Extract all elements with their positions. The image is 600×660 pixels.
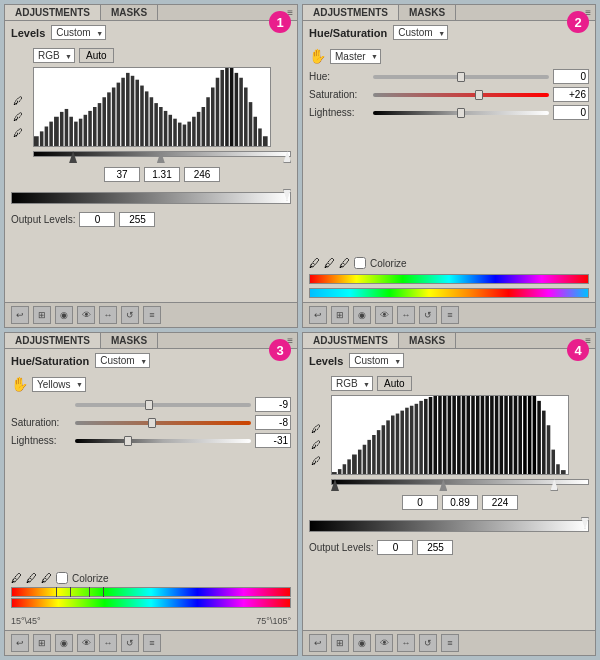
svg-rect-18 (121, 78, 125, 146)
footer-eye-4[interactable]: 👁 (375, 634, 393, 652)
panel-3-preset[interactable]: Custom (95, 353, 150, 368)
svg-rect-48 (263, 136, 268, 146)
hand-tool-3[interactable]: ✋ (11, 376, 28, 392)
colorize-check-2[interactable] (354, 257, 366, 269)
hue-slider-3[interactable] (75, 398, 251, 412)
svg-rect-10 (84, 115, 88, 146)
footer-link-3[interactable]: ↔ (99, 634, 117, 652)
hue-value-2[interactable]: 0 (553, 69, 589, 84)
tab-adjustments-3[interactable]: ADJUSTMENTS (5, 333, 101, 348)
footer-new-1[interactable]: ⊞ (33, 306, 51, 324)
eyedrop-black-1[interactable]: 🖊 (11, 93, 25, 107)
footer-link-1[interactable]: ↔ (99, 306, 117, 324)
footer-eye-3[interactable]: 👁 (77, 634, 95, 652)
output-min-4[interactable] (377, 540, 413, 555)
hue-slider-2[interactable] (373, 70, 549, 84)
eyedrop-gray-4[interactable]: 🖊 (309, 437, 323, 451)
footer-link-2[interactable]: ↔ (397, 306, 415, 324)
eyedrop-black-4[interactable]: 🖊 (309, 421, 323, 435)
footer-new-3[interactable]: ⊞ (33, 634, 51, 652)
svg-rect-3 (49, 122, 53, 146)
footer-delete-3[interactable]: ≡ (143, 634, 161, 652)
footer-eye-2[interactable]: 👁 (375, 306, 393, 324)
svg-rect-80 (481, 396, 485, 474)
eyedrop-icon-2b[interactable]: 🖊 (324, 257, 335, 269)
footer-link-4[interactable]: ↔ (397, 634, 415, 652)
footer-delete-4[interactable]: ≡ (441, 634, 459, 652)
eyedrop-icon-2c[interactable]: 🖊 (339, 257, 350, 269)
auto-btn-4[interactable]: Auto (377, 376, 412, 391)
footer-reset-4[interactable]: ↺ (419, 634, 437, 652)
output-max-1[interactable] (119, 212, 155, 227)
sat-slider-2[interactable] (373, 88, 549, 102)
channel-select-3[interactable]: Yellows (32, 377, 86, 392)
auto-btn-1[interactable]: Auto (79, 48, 114, 63)
eyedrop-white-4[interactable]: 🖊 (309, 453, 323, 467)
colorize-check-3[interactable] (56, 572, 68, 584)
channel-select-1[interactable]: RGB (33, 48, 75, 63)
panel-4-preset[interactable]: Custom (349, 353, 404, 368)
footer-back-2[interactable]: ↩ (309, 306, 327, 324)
footer-reset-1[interactable]: ↺ (121, 306, 139, 324)
levels-white-1[interactable] (184, 167, 220, 182)
tab-masks-3[interactable]: MASKS (101, 333, 158, 348)
footer-eye-1[interactable]: 👁 (77, 306, 95, 324)
panel-2-preset[interactable]: Custom (393, 25, 448, 40)
sat-slider-3[interactable] (75, 416, 251, 430)
hand-tool-2[interactable]: ✋ (309, 48, 326, 64)
footer-back-4[interactable]: ↩ (309, 634, 327, 652)
levels-black-4[interactable] (402, 495, 438, 510)
footer-delete-2[interactable]: ≡ (441, 306, 459, 324)
light-value-2[interactable]: 0 (553, 105, 589, 120)
eyedrop-icon-3a[interactable]: 🖊 (11, 572, 22, 584)
svg-rect-73 (448, 396, 452, 474)
svg-rect-32 (187, 122, 191, 146)
svg-rect-2 (45, 127, 49, 147)
footer-back-3[interactable]: ↩ (11, 634, 29, 652)
panel-2: ADJUSTMENTS MASKS ≡ Hue/Saturation Custo… (302, 4, 596, 328)
histogram-1 (33, 67, 271, 147)
eyedrop-gray-1[interactable]: 🖊 (11, 109, 25, 123)
footer-circle-2[interactable]: ◉ (353, 306, 371, 324)
hue-value-3[interactable]: -9 (255, 397, 291, 412)
eyedrop-white-1[interactable]: 🖊 (11, 125, 25, 139)
panel-1-preset[interactable]: Custom (51, 25, 106, 40)
tab-adjustments-1[interactable]: ADJUSTMENTS (5, 5, 101, 20)
footer-circle-3[interactable]: ◉ (55, 634, 73, 652)
panel-3: ADJUSTMENTS MASKS ≡ Hue/Saturation Custo… (4, 332, 298, 656)
levels-mid-1[interactable] (144, 167, 180, 182)
eyedrop-icon-3c[interactable]: 🖊 (41, 572, 52, 584)
footer-delete-1[interactable]: ≡ (143, 306, 161, 324)
channel-select-4[interactable]: RGB (331, 376, 373, 391)
svg-rect-5 (60, 112, 64, 146)
eyedrop-icon-3b[interactable]: 🖊 (26, 572, 37, 584)
light-slider-3[interactable] (75, 434, 251, 448)
tab-adjustments-4[interactable]: ADJUSTMENTS (303, 333, 399, 348)
svg-rect-45 (249, 102, 253, 146)
eyedrop-icon-2a[interactable]: 🖊 (309, 257, 320, 269)
levels-white-4[interactable] (482, 495, 518, 510)
footer-circle-4[interactable]: ◉ (353, 634, 371, 652)
panel-4-content: 🖊 🖊 🖊 RGB Auto (303, 372, 595, 630)
footer-back-1[interactable]: ↩ (11, 306, 29, 324)
levels-mid-4[interactable] (442, 495, 478, 510)
tab-masks-1[interactable]: MASKS (101, 5, 158, 20)
footer-new-2[interactable]: ⊞ (331, 306, 349, 324)
footer-new-4[interactable]: ⊞ (331, 634, 349, 652)
tab-masks-2[interactable]: MASKS (399, 5, 456, 20)
footer-reset-3[interactable]: ↺ (121, 634, 139, 652)
tab-adjustments-2[interactable]: ADJUSTMENTS (303, 5, 399, 20)
sat-value-2[interactable]: +26 (553, 87, 589, 102)
sat-value-3[interactable]: -8 (255, 415, 291, 430)
output-max-4[interactable] (417, 540, 453, 555)
light-slider-2[interactable] (373, 106, 549, 120)
light-value-3[interactable]: -31 (255, 433, 291, 448)
eyedrop-col-4: 🖊 🖊 🖊 (309, 421, 323, 467)
footer-reset-2[interactable]: ↺ (419, 306, 437, 324)
channel-select-2[interactable]: Master (330, 49, 381, 64)
tab-masks-4[interactable]: MASKS (399, 333, 456, 348)
footer-circle-1[interactable]: ◉ (55, 306, 73, 324)
levels-black-1[interactable] (104, 167, 140, 182)
output-min-1[interactable] (79, 212, 115, 227)
levels-inputs-4 (331, 495, 589, 510)
